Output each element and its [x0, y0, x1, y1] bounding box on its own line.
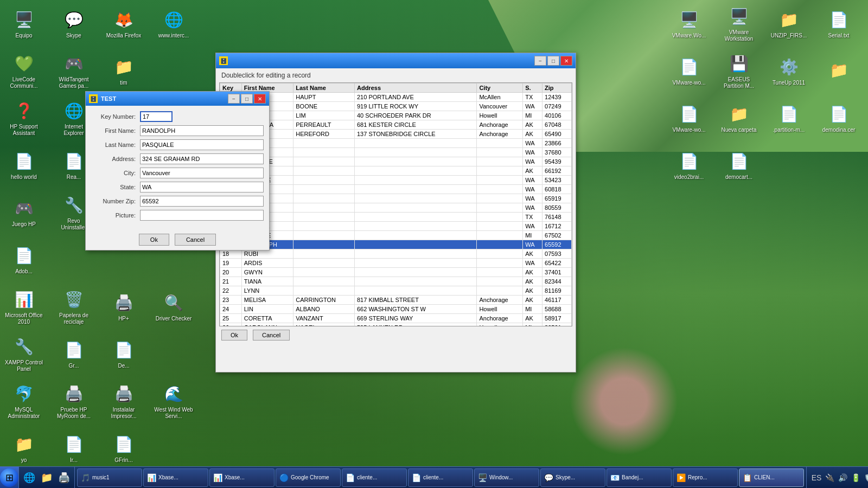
table-row[interactable]: 12 SHEILA WA 65919	[220, 194, 572, 203]
desktop-icon-adobo[interactable]: 📄 Adob...	[2, 238, 46, 281]
desktop-icon-gfrin[interactable]: 📄 GFrin...	[102, 427, 145, 470]
main-ok-button[interactable]: Ok	[221, 330, 247, 341]
tray-volume[interactable]: 🔊	[837, 472, 848, 483]
table-row[interactable]: 26 CAROLANN NAGEL 595 LANNEN RD Howell M…	[220, 323, 572, 327]
desktop-icon-juego-hp[interactable]: 🎮 Juego HP	[2, 191, 46, 234]
dialog-minimize-button[interactable]: −	[228, 94, 240, 104]
tray-network[interactable]: 🔌	[824, 472, 835, 483]
dialog-restore-button[interactable]: □	[241, 94, 253, 104]
close-button[interactable]: ✕	[560, 56, 572, 66]
desktop-icon-de[interactable]: 📄 De...	[102, 332, 145, 376]
desktop-icon-vmware-wo3[interactable]: 📄 VMware-wo...	[667, 97, 711, 140]
city-input[interactable]	[140, 168, 264, 178]
dialog-ok-button[interactable]: Ok	[139, 234, 169, 246]
desktop-icon-tuneup2011b[interactable]: ⚙️ TuneUp 2011	[767, 49, 810, 93]
address-input[interactable]	[140, 153, 264, 164]
desktop-icon-serial-txt[interactable]: 📄 Serial.txt	[817, 2, 860, 46]
desktop-icon-partition-m[interactable]: 📄 .partition-m...	[767, 97, 810, 140]
table-row[interactable]: 19 ARDIS WA 65422	[220, 259, 572, 268]
table-scroll[interactable]: Key First Name Last Name Address City S.…	[220, 83, 572, 326]
desktop-icon-www-interc[interactable]: 🌐 www.interc...	[152, 2, 195, 46]
state-input[interactable]	[140, 182, 264, 192]
dialog-close-button[interactable]: ✕	[254, 94, 266, 104]
start-button[interactable]: ⊞	[0, 467, 19, 489]
table-row[interactable]: 9 JAZMIN AK 66192	[220, 166, 572, 176]
table-row[interactable]: 21 TIANA AK 82344	[220, 277, 572, 286]
table-row[interactable]: 14 RAY TX 76148	[220, 213, 572, 222]
taskbar-app-cliente---[interactable]: 📄 cliente...	[342, 468, 407, 487]
table-row[interactable]: 16 DIERDRE MI 67502	[220, 231, 572, 240]
desktop-icon-vmware-wo2[interactable]: 📄 VMware-wo...	[667, 49, 711, 93]
key-number-input[interactable]	[140, 111, 173, 122]
table-row[interactable]: 20 GWYN AK 37401	[220, 268, 572, 277]
restore-button[interactable]: □	[547, 56, 559, 66]
tray-security[interactable]: 🛡️	[863, 472, 868, 483]
taskbar-app-bandej---[interactable]: 📧 Bandej...	[607, 468, 672, 487]
table-row[interactable]: 3 FELIPA LIM 40 SCHROEDER PARK DR Howell…	[220, 111, 572, 120]
main-cancel-button[interactable]: Cancel	[253, 330, 290, 341]
desktop-icon-pruebe-hp[interactable]: 🖨️ Pruebe HP MyRoom de...	[52, 380, 95, 423]
table-row[interactable]: 25 CORETTA VANZANT 669 STERLING WAY Anch…	[220, 314, 572, 323]
taskbar-app-xbase---[interactable]: 📊 Xbase...	[209, 468, 275, 487]
table-row[interactable]: 18 RUBI AK 07593	[220, 249, 572, 259]
desktop-icon-wildtangent[interactable]: 🎮 WildTangent Games pa...	[52, 49, 95, 93]
desktop-icon-instalalar[interactable]: 🖨️ Instalalar Impresor...	[102, 380, 145, 423]
table-row[interactable]: 24 LIN ALBANO 662 WASHINGTON ST W Howell…	[220, 305, 572, 314]
desktop-icon-mysql[interactable]: 🐬 MySQL Administrator	[2, 380, 46, 423]
desktop-icon-nueva[interactable]: 📁 Nueva carpeta	[717, 97, 761, 140]
table-row[interactable]: 11 JERRICA WA 60818	[220, 185, 572, 194]
desktop-icon-folder1[interactable]: 📁	[817, 49, 860, 93]
table-row[interactable]: 17 RANDOLPH WA 65592	[220, 240, 572, 249]
table-row[interactable]: 15 SANTINA WA 16712	[220, 222, 572, 231]
table-row[interactable]: 5 MELIA HEREFORD 137 STONEBRIDGE CIRCLE …	[220, 130, 572, 139]
table-row[interactable]: 13 LILY WA 80559	[220, 203, 572, 213]
tray-language[interactable]: ES	[811, 472, 822, 483]
desktop-icon-demodina[interactable]: 📄 demodina.cer	[817, 97, 860, 140]
desktop-icon-mozilla-firefox[interactable]: 🦊 Mozilla Firefox	[102, 2, 145, 46]
desktop-icon-vmware-ws[interactable]: 🖥️ VMware Workstation	[717, 2, 761, 46]
desktop-icon-hp-driver[interactable]: 🖨️ HP+	[102, 285, 145, 329]
taskbar-app-repro---[interactable]: ▶️ Repro...	[673, 468, 738, 487]
dialog-titlebar[interactable]: 🗄️ TEST − □ ✕	[86, 92, 269, 106]
desktop-icon-west-wind[interactable]: 🌊 West Wind Web Servi...	[152, 380, 195, 423]
taskbar-app-clien---[interactable]: 📋 CLIEN...	[739, 468, 804, 487]
picture-input[interactable]	[140, 210, 264, 221]
desktop-icon-easeus[interactable]: 💾 EASEUS Partition M...	[717, 49, 761, 93]
desktop-icon-ir[interactable]: 📄 Ir...	[52, 427, 95, 470]
taskbar-app-cliente---[interactable]: 📄 cliente...	[408, 468, 473, 487]
table-row[interactable]: 22 LYNN AK 81169	[220, 286, 572, 296]
taskbar-app-music1[interactable]: 🎵 music1	[77, 468, 142, 487]
desktop-icon-vmware-wo[interactable]: 🖥️ VMware.Wo...	[667, 2, 711, 46]
taskbar-app-google-chrome[interactable]: 🔵 Google Chrome	[276, 468, 341, 487]
taskbar-app-xbase---[interactable]: 📊 Xbase...	[143, 468, 208, 487]
dialog-cancel-button[interactable]: Cancel	[175, 234, 216, 246]
desktop-icon-gr[interactable]: 📄 Gr...	[52, 332, 95, 376]
desktop-icon-democart[interactable]: 📄 democart...	[717, 144, 761, 187]
last-name-input[interactable]	[140, 139, 264, 150]
desktop-icon-xampp[interactable]: 🔧 XAMPP Control Panel	[2, 332, 46, 376]
number-zip-input[interactable]	[140, 196, 264, 207]
table-row[interactable]: 8 BREANNE WA 95439	[220, 157, 572, 166]
desktop-icon-papelera[interactable]: 🗑️ Papelera de reciclaje	[52, 285, 95, 329]
table-row[interactable]: 7 MAIA WA 37680	[220, 148, 572, 157]
table-row[interactable]: 2 DAISEY BOONE 919 LITTLE ROCK WY Vancou…	[220, 102, 572, 111]
desktop-icon-equipo[interactable]: 🖥️ Equipo	[2, 2, 46, 46]
desktop-icon-hp-support[interactable]: ❓ HP Support Assistant	[2, 97, 46, 140]
main-window-titlebar[interactable]: 🗄️ − □ ✕	[216, 53, 576, 68]
taskbar-ie-button[interactable]: 🌐	[21, 470, 37, 486]
table-row[interactable]: 23 MELISA CARRINGTON 817 KIMBALL STREET …	[220, 296, 572, 305]
taskbar-app-window---[interactable]: 🖥️ Window...	[474, 468, 539, 487]
table-row[interactable]: 1 STEVEN HAUPT 210 PORTLAND AVE McAllen …	[220, 93, 572, 102]
desktop-icon-skype[interactable]: 💬 Skype	[52, 2, 95, 46]
desktop-icon-hello-world[interactable]: 📄 hello world	[2, 144, 46, 187]
desktop-icon-yo[interactable]: 📁 yo	[2, 427, 46, 470]
first-name-input[interactable]	[140, 125, 264, 136]
table-row[interactable]: 6 FABIAN WA 23866	[220, 139, 572, 148]
desktop-icon-tim[interactable]: 📁 tim	[102, 49, 145, 93]
tray-battery[interactable]: 🔋	[850, 472, 861, 483]
table-row[interactable]: 10 QUEENIE WA 53423	[220, 176, 572, 185]
desktop-icon-unzip-firs[interactable]: 📁 UNZIP_FIRS...	[767, 2, 810, 46]
table-row[interactable]: 4 CHANDRA PERREAULT 681 KESTER CIRCLE An…	[220, 120, 572, 130]
taskbar-folder-button[interactable]: 📁	[39, 470, 55, 486]
desktop-icon-driver-checker[interactable]: 🔍 Driver Checker	[152, 285, 195, 329]
